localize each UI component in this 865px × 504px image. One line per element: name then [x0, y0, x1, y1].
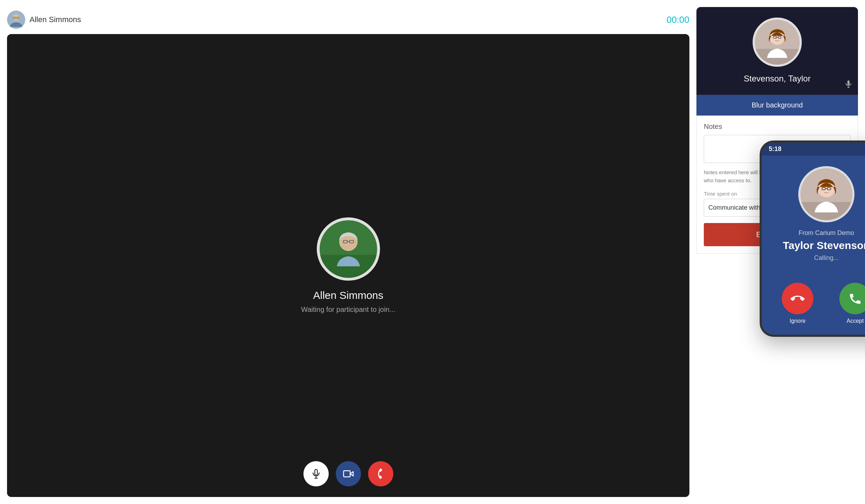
- camera-icon: [343, 469, 354, 479]
- avatar: [7, 11, 25, 29]
- user-info: Allen Simmons: [7, 11, 81, 29]
- phone-calling-status: Calling...: [814, 254, 839, 262]
- phone-from-label: From Carium Demo: [799, 229, 854, 237]
- phone-time: 5:18: [769, 145, 781, 153]
- phone-caller-name: Taylor Stevenson: [783, 240, 865, 251]
- provider-card: Stevenson, Taylor: [696, 7, 858, 95]
- phone-mockup: 5:18 ▪▪▪▪ ▲ ▪: [760, 140, 865, 337]
- svg-rect-11: [315, 470, 317, 475]
- provider-avatar: [753, 18, 802, 67]
- phone-ignore-button[interactable]: [782, 283, 813, 314]
- phone-ignore-group: Ignore: [782, 283, 813, 324]
- mic-icon-small: [844, 80, 853, 88]
- video-area: Allen Simmons 00:00: [7, 7, 689, 497]
- header-user-name: Allen Simmons: [30, 15, 81, 24]
- phone-actions: Ignore Accept: [769, 283, 865, 324]
- main-container: Allen Simmons 00:00: [0, 0, 865, 504]
- mic-button[interactable]: [303, 461, 329, 486]
- svg-rect-14: [343, 471, 350, 477]
- participant-avatar: [317, 217, 380, 281]
- camera-button[interactable]: [336, 461, 361, 486]
- blur-background-button[interactable]: Blur background: [696, 95, 858, 116]
- provider-name: Stevenson, Taylor: [744, 74, 811, 84]
- phone-content: From Carium Demo Taylor Stevenson Callin…: [762, 156, 865, 335]
- participant-status: Waiting for participant to join...: [301, 306, 395, 314]
- phone-caller-avatar: [798, 166, 854, 222]
- svg-rect-21: [847, 80, 850, 85]
- right-panel: Stevenson, Taylor Blur background Notes …: [696, 7, 858, 497]
- call-timer: 00:00: [667, 14, 689, 25]
- hangup-icon: [375, 469, 386, 479]
- phone-accept-label: Accept: [847, 318, 864, 324]
- participant-name: Allen Simmons: [313, 289, 383, 301]
- decline-icon: [791, 292, 805, 306]
- video-controls: [303, 461, 393, 486]
- notes-label: Notes: [704, 123, 851, 131]
- phone-accept-group: Accept: [839, 283, 865, 324]
- video-screen: Allen Simmons Waiting for participant to…: [7, 34, 689, 497]
- hangup-button[interactable]: [368, 461, 393, 486]
- mic-status-icon: [844, 80, 853, 90]
- phone-status-bar: 5:18 ▪▪▪▪ ▲ ▪: [762, 143, 865, 156]
- phone-accept-button[interactable]: [839, 283, 865, 314]
- mic-icon: [311, 469, 321, 479]
- video-header: Allen Simmons 00:00: [7, 7, 689, 34]
- phone-ignore-label: Ignore: [789, 318, 805, 324]
- accept-icon: [848, 292, 862, 306]
